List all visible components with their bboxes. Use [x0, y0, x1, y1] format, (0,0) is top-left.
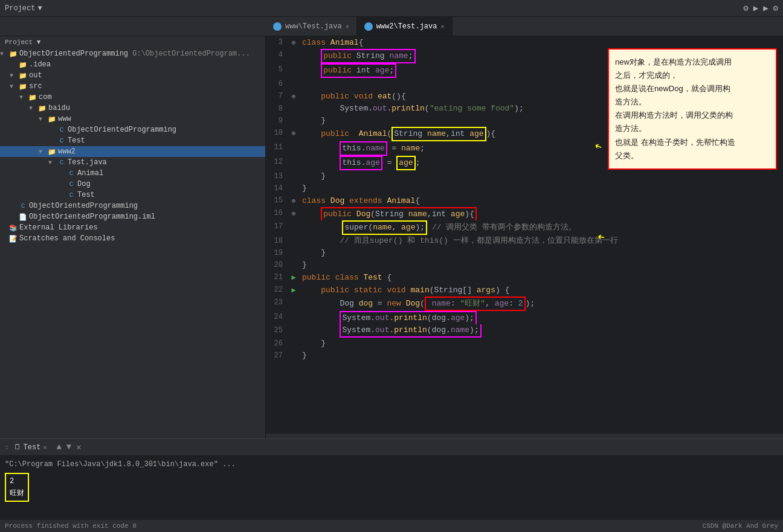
tree-item-test-class[interactable]: C Test — [0, 190, 265, 200]
tree-item-src[interactable]: ▼ 📁 src — [0, 81, 265, 92]
scroll-up-icon[interactable]: ▲ — [56, 442, 61, 452]
line-code: } — [300, 170, 783, 182]
code-line-13: 13 } — [266, 170, 783, 182]
tree-item-com[interactable]: ▼ 📁 com — [0, 92, 265, 103]
line-number: 15 — [266, 194, 288, 207]
run-arrow-icon[interactable]: ▶ — [291, 286, 295, 295]
tab-close-icon[interactable]: ✕ — [440, 23, 444, 30]
tree-item-oop2[interactable]: C ObjectOrientedProgramming — [0, 200, 265, 211]
line-number: 12 — [266, 156, 288, 170]
horizontal-scrollbar[interactable] — [266, 434, 783, 438]
line-gutter — [288, 141, 300, 156]
tree-item-test-www[interactable]: C Test — [0, 135, 265, 146]
tree-label: baidu — [47, 104, 70, 112]
code-line-16: 16 ⊕ public Dog(String name,int age){ — [266, 207, 783, 220]
tab-www2-test[interactable]: www2\Test.java ✕ — [357, 17, 453, 36]
code-line-20: 20 } — [266, 259, 783, 271]
line-number: 19 — [266, 247, 288, 259]
gear-icon[interactable]: ⚙ — [773, 3, 778, 13]
line-gutter: ▶ — [288, 271, 300, 284]
tree-item-oop[interactable]: C ObjectOrientedProgramming — [0, 124, 265, 135]
console-controls: ▲ ▼ ✕ — [56, 442, 81, 452]
tree-item-www2[interactable]: ▼ 📁 www2 — [0, 146, 265, 157]
tree-label: www — [57, 115, 71, 123]
code-container[interactable]: new对象，是在构造方法完成调用 之后，才完成的， 也就是说在newDog，就会… — [266, 36, 783, 434]
code-line-14: 14 } — [266, 182, 783, 194]
tree-label: ObjectOrientedProgramming — [66, 126, 176, 134]
tree-item-idea[interactable]: 📁 .idea — [0, 59, 265, 70]
tree-item-root[interactable]: ▼ 📁 ObjectOrientedProgramming G:\ObjectO… — [0, 48, 265, 59]
line-number: 11 — [266, 141, 288, 156]
tree-item-external-libs[interactable]: 📚 External Libraries — [0, 222, 265, 233]
tree-item-scratches[interactable]: 📝 Scratches and Consoles — [0, 233, 265, 244]
tab-label: www\Test.java — [285, 22, 342, 31]
line-gutter — [288, 338, 300, 350]
console-output-2: 旺财 — [10, 487, 24, 499]
line-code: // 而且super() 和 this() 一样，都是调用构造方法，位置只能放在… — [300, 235, 783, 247]
dropdown-arrow[interactable]: ▼ — [37, 4, 42, 13]
line-code: } — [300, 247, 783, 259]
line-gutter — [288, 350, 300, 362]
line-number: 20 — [266, 259, 288, 271]
tree-item-www[interactable]: ▼ 📁 www — [0, 114, 265, 124]
line-gutter — [288, 78, 300, 90]
console-tab-test[interactable]: 🗒 Test ✕ — [14, 443, 47, 452]
line-gutter: ⊕ — [288, 36, 300, 49]
line-gutter: ⊕ — [288, 194, 300, 207]
console-output-1: 2 — [10, 475, 24, 487]
tab-bar: www\Test.java ✕ www2\Test.java ✕ — [0, 17, 783, 36]
code-line-19: 19 } — [266, 247, 783, 259]
console-content: "C:\Program Files\Java\jdk1.8.0_301\bin\… — [0, 456, 783, 520]
line-number: 6 — [266, 78, 288, 90]
tab-www-test[interactable]: www\Test.java ✕ — [266, 17, 357, 36]
code-line-22: 22 ▶ public static void main(String[] ar… — [266, 284, 783, 296]
console-area: : 🗒 Test ✕ ▲ ▼ ✕ "C:\Program Files\Java\… — [0, 438, 783, 532]
line-code: } — [300, 259, 783, 271]
toolbar-icons: ⚙ ▶ ▶ ⚙ — [743, 3, 778, 13]
line-gutter — [288, 156, 300, 170]
scroll-down-icon[interactable]: ▼ — [66, 442, 71, 452]
tree-item-iml[interactable]: 📄 ObjectOrientedProgramming.iml — [0, 211, 265, 222]
line-gutter: ⊕ — [288, 127, 300, 141]
run-icon[interactable]: ▶ — [763, 3, 768, 13]
tree-item-out[interactable]: ▼ 📁 out — [0, 70, 265, 81]
console-separator: : — [5, 444, 9, 451]
tree-label: Dog — [76, 180, 91, 188]
tree-label: Test — [76, 191, 95, 199]
line-gutter: ⊕ — [288, 207, 300, 220]
line-code: class Animal{ — [300, 36, 783, 49]
top-bar: Project ▼ ⚙ ▶ ▶ ⚙ — [0, 0, 783, 17]
line-code: public Dog(String name,int age){ — [300, 207, 783, 220]
tab-close-icon[interactable]: ✕ — [346, 23, 349, 30]
project-label: Project ▼ — [5, 4, 42, 13]
settings-icon[interactable]: ⚙ — [743, 3, 748, 13]
line-number: 23 — [266, 296, 288, 311]
line-gutter — [288, 247, 300, 259]
line-number: 27 — [266, 350, 288, 362]
line-code: public class Test { — [300, 271, 783, 284]
tree-item-animal[interactable]: C Animal — [0, 168, 265, 179]
tree-item-dog[interactable]: C Dog — [0, 179, 265, 190]
run-arrow-icon[interactable]: ▶ — [291, 274, 295, 282]
line-gutter — [288, 103, 300, 115]
project-title: Project — [5, 4, 35, 13]
tree-item-baidu[interactable]: ▼ 📁 baidu — [0, 103, 265, 114]
line-number: 26 — [266, 338, 288, 350]
line-gutter — [288, 311, 300, 324]
tree-item-test-java[interactable]: ▼ C Test.java — [0, 157, 265, 168]
line-number: 13 — [266, 170, 288, 182]
console-footer: Process finished with exit code 0 CSDN @… — [0, 520, 783, 532]
build-icon[interactable]: ▶ — [753, 3, 758, 13]
line-gutter: ⊕ — [288, 90, 300, 103]
line-number: 18 — [266, 235, 288, 247]
line-code: } — [300, 182, 783, 194]
console-tab-close[interactable]: ✕ — [43, 444, 47, 451]
line-code: class Dog extends Animal{ — [300, 194, 783, 207]
tree-label: out — [28, 71, 42, 80]
line-gutter — [288, 296, 300, 311]
console-command-line: "C:\Program Files\Java\jdk1.8.0_301\bin\… — [5, 458, 778, 470]
close-console-icon[interactable]: ✕ — [76, 442, 81, 452]
tree-label: Animal — [76, 169, 103, 178]
tree-label: ObjectOrientedProgramming — [28, 202, 138, 210]
line-number: 22 — [266, 284, 288, 296]
